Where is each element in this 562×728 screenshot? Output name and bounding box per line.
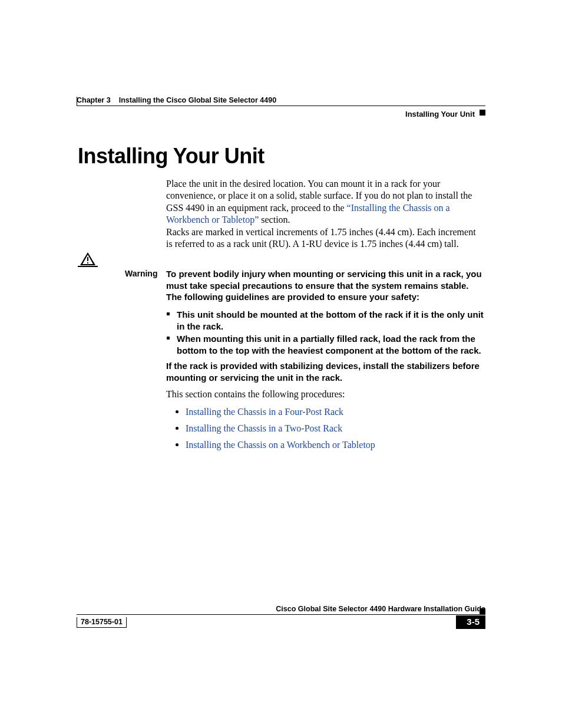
procedure-item-2: Installing the Chassis in a Two-Post Rac… — [186, 423, 484, 434]
xref-four-post-rack[interactable]: Installing the Chassis in a Four-Post Ra… — [186, 407, 343, 417]
footer-guide-title: Cisco Global Site Selector 4490 Hardware… — [276, 605, 485, 613]
procedure-item-3: Installing the Chassis on a Workbench or… — [186, 440, 484, 450]
svg-rect-4 — [87, 262, 88, 263]
procedures-intro: This section contains the following proc… — [166, 389, 484, 400]
intro-text-b: section. — [259, 215, 290, 225]
intro-paragraph: Place the unit in the desired location. … — [166, 178, 484, 226]
footer-page-number: 3-5 — [456, 615, 485, 629]
bullet-icon — [176, 410, 178, 413]
running-header: Chapter 3 Installing the Cisco Global Si… — [77, 94, 485, 105]
procedure-item-1: Installing the Chassis in a Four-Post Ra… — [186, 407, 484, 417]
header-section: Installing Your Unit — [405, 110, 475, 118]
warning-bullet-2-text: When mounting this unit in a partially f… — [177, 334, 481, 355]
warning-body: To prevent bodily injury when mounting o… — [166, 268, 484, 303]
footer-marker-icon — [480, 608, 485, 614]
xref-workbench-tabletop-2[interactable]: Installing the Chassis on a Workbench or… — [186, 440, 375, 450]
chapter-label: Chapter 3 — [77, 96, 111, 104]
warning-bullet-2: When mounting this unit in a partially f… — [177, 333, 484, 356]
warning-icon — [78, 251, 98, 270]
header-rule — [77, 106, 485, 106]
rack-units-paragraph: Racks are marked in vertical increments … — [166, 226, 484, 251]
warning-bullet-1: This unit should be mounted at the botto… — [177, 309, 484, 332]
svg-rect-3 — [87, 257, 88, 261]
warning-tail: If the rack is provided with stabilizing… — [166, 360, 484, 383]
page-title: Installing Your Unit — [78, 144, 265, 169]
xref-two-post-rack[interactable]: Installing the Chassis in a Two-Post Rac… — [186, 423, 342, 433]
warning-bullet-1-text: This unit should be mounted at the botto… — [177, 309, 484, 331]
chapter-title: Installing the Cisco Global Site Selecto… — [119, 96, 276, 104]
footer-rule — [77, 614, 485, 615]
bullet-icon — [176, 427, 178, 430]
bullet-icon — [176, 443, 178, 446]
footer-docnum: 78-15755-01 — [77, 617, 127, 628]
bullet-icon — [167, 312, 170, 315]
header-marker-icon — [480, 110, 485, 116]
bullet-icon — [167, 337, 170, 340]
warning-label: Warning — [125, 269, 157, 278]
